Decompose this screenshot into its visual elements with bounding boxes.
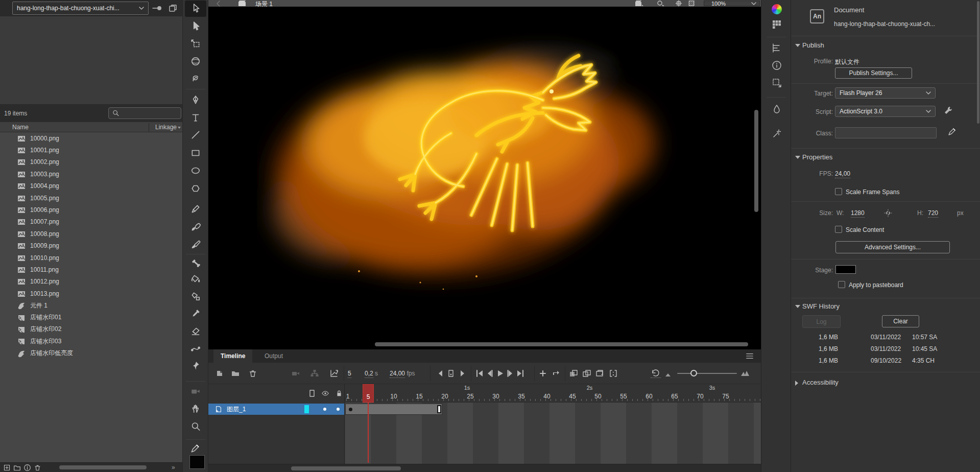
eyedropper-tool[interactable] <box>185 305 206 322</box>
timeline-zoom-out-icon[interactable] <box>665 371 674 381</box>
swf-history-collapse-icon[interactable] <box>795 305 800 308</box>
polystar-tool[interactable] <box>185 180 206 197</box>
library-item[interactable]: 店铺水印02 <box>0 323 182 335</box>
library-item[interactable]: 10006.png <box>0 204 182 216</box>
lasso-tool[interactable] <box>185 71 206 87</box>
playhead-line[interactable] <box>368 403 369 463</box>
library-item[interactable]: 10001.png <box>0 144 182 156</box>
classic-brush-tool[interactable] <box>185 236 206 252</box>
library-item[interactable]: 10009.png <box>0 240 182 252</box>
previous-keyframe-icon[interactable] <box>436 369 445 378</box>
info-panel-icon[interactable] <box>772 60 782 70</box>
column-name[interactable]: Name <box>12 124 29 131</box>
go-to-first-frame-icon[interactable] <box>475 369 484 378</box>
timeline-scrollbar-track[interactable] <box>208 464 761 472</box>
publish-collapse-icon[interactable] <box>795 44 800 47</box>
column-linkage[interactable]: Linkage <box>150 124 177 131</box>
scale-content-checkbox[interactable] <box>835 226 842 233</box>
show-parenting-icon[interactable] <box>310 369 319 378</box>
reset-timeline-zoom-icon[interactable] <box>651 369 661 378</box>
camera-tool[interactable] <box>185 383 206 399</box>
ink-bottle-tool[interactable] <box>185 288 206 304</box>
frames-area[interactable]: 1510152025303540455055606570751s2s3s 5 <box>345 384 761 464</box>
back-arrow-icon[interactable] <box>216 1 222 7</box>
publish-settings-button[interactable]: Publish Settings... <box>835 67 912 79</box>
eraser-tool[interactable] <box>185 323 206 339</box>
new-folder-icon[interactable] <box>231 369 240 378</box>
library-horizontal-scrollbar[interactable] <box>59 465 147 469</box>
swf-clear-button[interactable]: Clear <box>882 315 919 327</box>
frame-span[interactable] <box>345 404 442 415</box>
current-frame-value[interactable]: 5 <box>348 370 351 378</box>
outline-view-icon[interactable] <box>308 389 316 397</box>
library-item[interactable]: 10013.png <box>0 288 182 299</box>
stage-color-swatch[interactable] <box>835 265 856 274</box>
timeline-zoom-slider-track[interactable] <box>677 373 737 374</box>
library-item[interactable]: 10005.png <box>0 192 182 204</box>
class-edit-pencil-icon[interactable] <box>947 127 957 136</box>
oval-tool[interactable] <box>185 162 206 179</box>
stage-vertical-scrollbar[interactable] <box>754 110 758 212</box>
free-transform-tool[interactable] <box>185 36 206 52</box>
link-dimensions-icon[interactable] <box>883 208 893 218</box>
library-column-header[interactable]: Name Linkage <box>0 122 182 132</box>
layer-visible-dot[interactable] <box>323 408 326 411</box>
step-back-icon[interactable] <box>485 369 494 378</box>
timeline-zoom-slider-knob[interactable] <box>690 370 697 376</box>
new-folder-icon[interactable] <box>13 464 21 471</box>
timeline-zoom-in-icon[interactable] <box>740 370 750 380</box>
library-item[interactable]: 店铺水印低亮度 <box>0 347 182 359</box>
accessibility-collapse-icon[interactable] <box>795 381 798 386</box>
rectangle-tool[interactable] <box>185 145 206 161</box>
clip-content-icon[interactable] <box>688 0 695 7</box>
delete-item-icon[interactable] <box>34 464 41 471</box>
pencil-tool[interactable] <box>185 201 206 217</box>
timeline-horizontal-scrollbar[interactable] <box>291 466 401 470</box>
target-dropdown[interactable]: Flash Player 26 <box>835 87 936 99</box>
stage-canvas[interactable] <box>208 7 761 349</box>
panel-menu-icon[interactable] <box>746 352 754 360</box>
library-item[interactable]: 10002.png <box>0 156 182 168</box>
fps-value[interactable]: 24,00 <box>390 370 405 378</box>
script-settings-wrench-icon[interactable] <box>943 105 953 115</box>
line-tool[interactable] <box>185 127 206 143</box>
swf-history-section-header[interactable]: SWF History <box>802 302 840 310</box>
panel-expand-chevrons-icon[interactable]: » <box>172 464 174 471</box>
stroke-color-pencil-icon[interactable] <box>190 443 200 454</box>
selection-tool[interactable] <box>185 1 206 17</box>
properties-scrollbar[interactable] <box>977 1 979 124</box>
library-search-input[interactable] <box>108 107 181 119</box>
paint-bucket-tool[interactable] <box>185 271 206 287</box>
document-selector-dropdown[interactable]: hang-long-thap-bat-chuong-xuat-chi... <box>12 2 149 15</box>
library-item[interactable]: 店铺水印01 <box>0 312 182 323</box>
elapsed-time-value[interactable]: 0,2 <box>365 370 373 378</box>
new-layer-icon[interactable] <box>215 369 224 378</box>
fill-color-swatch[interactable] <box>189 455 205 469</box>
library-item[interactable]: 10012.png <box>0 276 182 288</box>
new-symbol-icon[interactable] <box>3 464 11 471</box>
library-item[interactable]: 10000.png <box>0 132 182 144</box>
text-tool[interactable] <box>185 109 206 126</box>
zoom-tool[interactable] <box>185 418 206 435</box>
library-item[interactable]: 10011.png <box>0 264 182 275</box>
publish-section-header[interactable]: Publish <box>802 41 824 49</box>
edit-multiple-frames-icon[interactable] <box>595 369 604 378</box>
edit-symbols-icon[interactable] <box>656 0 665 7</box>
hand-tool[interactable] <box>185 400 206 417</box>
stage-horizontal-scrollbar[interactable] <box>375 342 748 346</box>
pin-library-icon[interactable] <box>152 4 164 12</box>
timeline-ruler[interactable]: 1510152025303540455055606570751s2s3s <box>345 384 761 403</box>
3d-rotation-tool[interactable] <box>185 53 206 69</box>
onion-skin-outline-icon[interactable] <box>582 369 591 378</box>
swatches-panel-icon[interactable] <box>772 19 782 30</box>
properties-section-header[interactable]: Properties <box>802 153 832 161</box>
edit-scene-icon[interactable] <box>635 0 644 7</box>
new-library-panel-icon[interactable] <box>169 4 178 13</box>
library-item[interactable]: 店铺水印03 <box>0 336 182 347</box>
modify-markers-icon[interactable] <box>609 369 618 378</box>
visibility-eye-icon[interactable] <box>321 389 329 397</box>
layer-name[interactable]: 图层_1 <box>227 405 246 414</box>
properties-info-icon[interactable] <box>23 464 31 471</box>
insert-frame-icon[interactable] <box>538 369 547 378</box>
brush-library-panel-icon[interactable] <box>772 104 782 114</box>
